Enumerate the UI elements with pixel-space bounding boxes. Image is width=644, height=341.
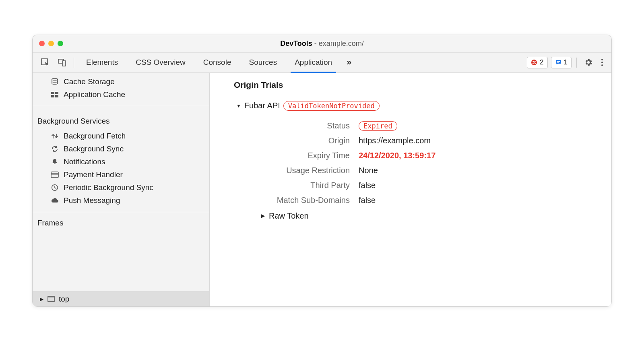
messages-pill[interactable]: 1 xyxy=(551,57,572,68)
svg-rect-11 xyxy=(55,92,58,94)
detail-row-match-subdomains: Match Sub-Domains false xyxy=(249,196,611,205)
svg-rect-12 xyxy=(51,95,54,97)
traffic-lights xyxy=(39,41,63,46)
trial-details: Status Expired Origin https://example.co… xyxy=(249,121,611,221)
frame-label: top xyxy=(59,295,69,304)
toolbar-separator xyxy=(576,58,577,68)
trial-name: Fubar API xyxy=(244,101,280,110)
settings-button[interactable] xyxy=(580,53,597,72)
svg-rect-5 xyxy=(557,62,559,62)
sidebar-item-notifications[interactable]: Notifications xyxy=(33,155,209,168)
sidebar-heading-frames: Frames xyxy=(33,217,209,231)
sidebar-item-label: Background Fetch xyxy=(64,132,126,141)
toolbar: Elements CSS Overview Console Sources Ap… xyxy=(33,53,611,73)
updown-icon xyxy=(50,132,59,140)
close-window-button[interactable] xyxy=(39,41,45,46)
clock-icon xyxy=(50,184,59,191)
window-icon xyxy=(47,296,56,302)
devices-icon xyxy=(58,58,66,67)
raw-token-row[interactable]: ▶ Raw Token xyxy=(261,211,611,221)
sidebar-item-periodic-background-sync[interactable]: Periodic Background Sync xyxy=(33,181,209,194)
tab-css-overview[interactable]: CSS Overview xyxy=(127,53,194,72)
cloud-icon xyxy=(50,198,59,203)
panel-body: Cache Storage Application Cache Backgrou… xyxy=(33,73,611,306)
tabs-overflow-button[interactable]: » xyxy=(341,53,357,72)
raw-token-label: Raw Token xyxy=(269,211,309,221)
origin-trial-row[interactable]: ▼ Fubar API ValidTokenNotProvided xyxy=(236,101,611,111)
sidebar-item-background-sync[interactable]: Background Sync xyxy=(33,143,209,155)
value-expiry: 24/12/2020, 13:59:17 xyxy=(359,151,611,160)
zoom-window-button[interactable] xyxy=(58,41,63,46)
label-third-party: Third Party xyxy=(249,181,350,190)
detail-row-status: Status Expired xyxy=(249,121,611,130)
sidebar-separator xyxy=(33,106,209,106)
gear-icon xyxy=(584,58,593,67)
tab-sources[interactable]: Sources xyxy=(240,53,286,72)
window-title: DevTools - example.com/ xyxy=(280,39,364,48)
database-icon xyxy=(50,78,59,86)
sidebar-separator xyxy=(33,212,209,212)
value-match-subdomains: false xyxy=(359,196,611,205)
grid-icon xyxy=(50,92,59,97)
inspect-element-button[interactable] xyxy=(37,53,54,72)
detail-row-expiry: Expiry Time 24/12/2020, 13:59:17 xyxy=(249,151,611,160)
svg-rect-15 xyxy=(51,173,58,174)
error-icon xyxy=(531,59,537,66)
status-badge: Expired xyxy=(359,121,397,131)
detail-row-third-party: Third Party false xyxy=(249,181,611,190)
sidebar-item-cache-storage[interactable]: Cache Storage xyxy=(33,75,209,88)
tab-application[interactable]: Application xyxy=(286,53,341,72)
svg-rect-2 xyxy=(62,61,66,66)
sidebar-item-frame-top[interactable]: ▶ top xyxy=(33,291,209,306)
value-usage-restriction: None xyxy=(359,166,611,175)
svg-rect-18 xyxy=(48,296,54,298)
label-origin: Origin xyxy=(249,136,350,145)
application-sidebar: Cache Storage Application Cache Backgrou… xyxy=(33,73,210,306)
device-toolbar-button[interactable] xyxy=(54,53,70,72)
svg-point-8 xyxy=(601,64,603,66)
title-strong: DevTools xyxy=(280,39,312,48)
title-sep: - xyxy=(312,39,319,48)
value-third-party: false xyxy=(359,181,611,190)
sidebar-item-application-cache[interactable]: Application Cache xyxy=(33,88,209,101)
svg-point-7 xyxy=(601,62,603,63)
errors-pill[interactable]: 2 xyxy=(527,57,547,68)
titlebar: DevTools - example.com/ xyxy=(33,35,611,53)
svg-rect-4 xyxy=(557,61,560,62)
sidebar-item-label: Push Messaging xyxy=(64,196,120,205)
svg-rect-13 xyxy=(55,95,58,97)
disclosure-triangle-icon[interactable]: ▶ xyxy=(261,213,265,219)
sidebar-item-label: Application Cache xyxy=(64,90,125,99)
svg-point-6 xyxy=(601,59,603,60)
devtools-window: DevTools - example.com/ Elements CSS Ove… xyxy=(32,35,612,307)
label-match-subdomains: Match Sub-Domains xyxy=(249,196,350,205)
errors-count: 2 xyxy=(540,58,543,66)
minimize-window-button[interactable] xyxy=(48,41,54,46)
title-rest: example.com/ xyxy=(319,39,364,48)
sidebar-item-background-fetch[interactable]: Background Fetch xyxy=(33,130,209,143)
label-status: Status xyxy=(249,121,350,130)
sidebar-item-payment-handler[interactable]: Payment Handler xyxy=(33,168,209,181)
kebab-icon xyxy=(601,58,603,66)
detail-row-origin: Origin https://example.com xyxy=(249,136,611,145)
label-expiry: Expiry Time xyxy=(249,151,350,160)
sidebar-item-label: Payment Handler xyxy=(64,170,123,179)
sidebar-item-push-messaging[interactable]: Push Messaging xyxy=(33,194,209,207)
sidebar-item-label: Notifications xyxy=(64,157,105,166)
more-button[interactable] xyxy=(597,53,607,72)
disclosure-triangle-icon[interactable]: ▼ xyxy=(236,103,241,109)
card-icon xyxy=(50,172,59,178)
disclosure-triangle-icon[interactable]: ▶ xyxy=(40,296,43,302)
svg-point-9 xyxy=(52,78,58,80)
detail-row-usage-restriction: Usage Restriction None xyxy=(249,166,611,175)
sidebar-heading-background-services: Background Services xyxy=(33,111,209,130)
panel-tabs: Elements CSS Overview Console Sources Ap… xyxy=(77,53,341,72)
tab-elements[interactable]: Elements xyxy=(77,53,127,72)
trial-badge: ValidTokenNotProvided xyxy=(283,101,380,111)
sync-icon xyxy=(50,145,59,153)
value-origin: https://example.com xyxy=(359,136,611,145)
tab-console[interactable]: Console xyxy=(194,53,240,72)
toolbar-separator xyxy=(74,58,74,68)
sidebar-item-label: Background Sync xyxy=(64,145,124,153)
svg-rect-14 xyxy=(51,172,58,178)
